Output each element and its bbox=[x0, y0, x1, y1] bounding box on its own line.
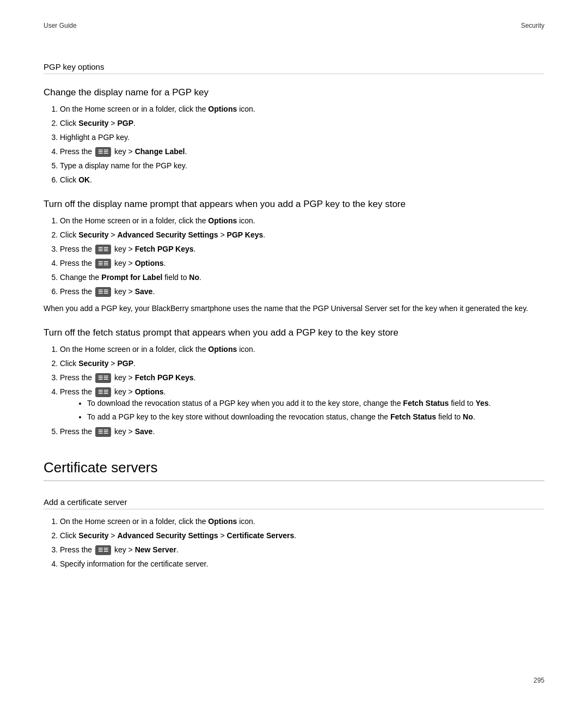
turn-off-display-prompt-title: Turn off the display name prompt that ap… bbox=[44, 199, 544, 210]
list-item: Press the ☰☰ key > Save. bbox=[60, 426, 544, 437]
turn-off-display-prompt-steps: On the Home screen or in a folder, click… bbox=[44, 215, 544, 297]
page-footer: 295 bbox=[534, 677, 544, 684]
change-display-name-steps: On the Home screen or in a folder, click… bbox=[44, 104, 544, 186]
list-item: Press the ☰☰ key > Fetch PGP Keys. bbox=[60, 372, 544, 384]
page-container: User Guide Security PGP key options Chan… bbox=[0, 0, 588, 608]
menu-key-icon: ☰☰ bbox=[95, 545, 111, 555]
pgp-key-options-title: PGP key options bbox=[44, 62, 544, 74]
list-item: To download the revocation status of a P… bbox=[87, 398, 544, 409]
turn-off-fetch-prompt-title: Turn off the fetch status prompt that ap… bbox=[44, 327, 544, 338]
add-certificate-server-title: Add a certificate server bbox=[44, 497, 544, 509]
list-item: Press the ☰☰ key > Options. To download … bbox=[60, 386, 544, 423]
fetch-bullet-list: To download the revocation status of a P… bbox=[60, 398, 544, 423]
list-item: Click OK. bbox=[60, 174, 544, 186]
turn-off-display-note: When you add a PGP key, your BlackBerry … bbox=[44, 303, 544, 314]
list-item: On the Home screen or in a folder, click… bbox=[60, 344, 544, 355]
list-item: Press the ☰☰ key > New Server. bbox=[60, 544, 544, 556]
page-header: User Guide Security bbox=[44, 22, 544, 29]
list-item: Press the ☰☰ key > Save. bbox=[60, 286, 544, 297]
add-certificate-server-section: Add a certificate server On the Home scr… bbox=[44, 497, 544, 570]
list-item: Press the ☰☰ key > Fetch PGP Keys. bbox=[60, 244, 544, 255]
menu-key-icon: ☰☰ bbox=[95, 427, 111, 437]
menu-key-icon: ☰☰ bbox=[95, 373, 111, 383]
list-item: Click Security > PGP. bbox=[60, 358, 544, 369]
turn-off-fetch-prompt-steps: On the Home screen or in a folder, click… bbox=[44, 344, 544, 437]
add-certificate-server-steps: On the Home screen or in a folder, click… bbox=[44, 516, 544, 570]
certificate-servers-section: Certificate servers Add a certificate se… bbox=[44, 459, 544, 570]
menu-key-icon: ☰☰ bbox=[95, 259, 111, 269]
page-number: 295 bbox=[534, 677, 544, 684]
list-item: Change the Prompt for Label field to No. bbox=[60, 272, 544, 283]
list-item: Press the ☰☰ key > Options. bbox=[60, 258, 544, 269]
turn-off-fetch-prompt-section: Turn off the fetch status prompt that ap… bbox=[44, 327, 544, 437]
change-display-name-title: Change the display name for a PGP key bbox=[44, 87, 544, 98]
menu-key-icon: ☰☰ bbox=[95, 287, 111, 297]
list-item: Type a display name for the PGP key. bbox=[60, 160, 544, 172]
menu-key-icon: ☰☰ bbox=[95, 245, 111, 254]
header-left: User Guide bbox=[44, 22, 77, 29]
menu-key-icon: ☰☰ bbox=[95, 387, 111, 397]
list-item: To add a PGP key to the key store withou… bbox=[87, 411, 544, 423]
list-item: Click Security > Advanced Security Setti… bbox=[60, 530, 544, 541]
list-item: Highlight a PGP key. bbox=[60, 132, 544, 143]
list-item: Specify information for the certificate … bbox=[60, 558, 544, 570]
list-item: Click Security > Advanced Security Setti… bbox=[60, 229, 544, 241]
list-item: Click Security > PGP. bbox=[60, 118, 544, 129]
list-item: Press the ☰☰ key > Change Label. bbox=[60, 146, 544, 157]
certificate-servers-title: Certificate servers bbox=[44, 459, 544, 481]
list-item: On the Home screen or in a folder, click… bbox=[60, 516, 544, 527]
turn-off-display-prompt-section: Turn off the display name prompt that ap… bbox=[44, 199, 544, 314]
change-display-name-section: Change the display name for a PGP key On… bbox=[44, 87, 544, 186]
list-item: On the Home screen or in a folder, click… bbox=[60, 215, 544, 227]
menu-key-icon: ☰☰ bbox=[95, 147, 111, 157]
header-right: Security bbox=[521, 22, 544, 29]
list-item: On the Home screen or in a folder, click… bbox=[60, 104, 544, 115]
